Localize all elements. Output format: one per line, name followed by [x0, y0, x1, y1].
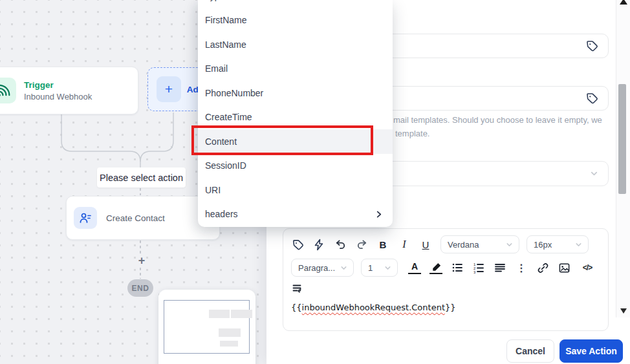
redo-icon: [356, 239, 368, 251]
lightning-icon: [313, 239, 325, 251]
text-color-button[interactable]: A: [408, 261, 421, 274]
bullet-list-button[interactable]: [451, 261, 464, 275]
svg-text:3: 3: [473, 270, 476, 273]
skeleton-bar: [220, 341, 238, 347]
menu-item-label: SessionID: [205, 160, 246, 171]
chevron-down-icon: [574, 241, 583, 249]
helper-line-1: mail templates. Should you choose to lea…: [393, 114, 602, 127]
menu-item-label: URI: [205, 185, 221, 195]
highlighter-icon: [431, 262, 442, 273]
underline-button[interactable]: U: [419, 237, 432, 252]
webhook-icon: [0, 78, 16, 103]
helper-line-2: template.: [395, 127, 602, 141]
redo-button[interactable]: [355, 237, 368, 252]
insert-image-button[interactable]: [558, 261, 570, 275]
bullet-list-icon: [451, 262, 463, 273]
menu-item-firstname[interactable]: FirstName: [198, 8, 393, 33]
save-action-button[interactable]: Save Action: [559, 339, 623, 363]
menu-item-label: Email: [205, 63, 228, 74]
code-view-button[interactable]: </>: [579, 261, 596, 275]
editor-toolbar-row-2: Paragra... 1 A 1: [291, 259, 600, 277]
numbered-list-button[interactable]: 1 2 3: [472, 261, 485, 275]
more-options-button[interactable]: ⋮: [515, 261, 528, 275]
skeleton-bar: [231, 310, 252, 318]
chevron-right-icon: [374, 209, 384, 219]
editor-toolbar-row-3: [291, 281, 600, 295]
undo-icon: [334, 239, 347, 251]
paragraph-style-select[interactable]: Paragra...: [291, 259, 354, 277]
align-button[interactable]: [494, 261, 506, 275]
font-size-value: 16px: [534, 240, 552, 250]
menu-item-lastname[interactable]: LastName: [198, 32, 393, 57]
add-action-button[interactable]: + Add: [147, 67, 204, 111]
menu-item-label: PhoneNumber: [205, 88, 263, 98]
chevron-down-icon: [340, 264, 348, 272]
template-helper-text: mail templates. Should you choose to lea…: [393, 114, 602, 141]
panel-scrollbar[interactable]: [616, 0, 630, 317]
chevron-down-icon: [589, 169, 599, 178]
select-action-placeholder: Please select action: [97, 167, 186, 187]
merge-field-dropdown: Type FirstName LastName Email PhoneNumbe…: [198, 0, 393, 227]
merge-close-braces: }}: [445, 303, 456, 312]
menu-item-headers[interactable]: headers: [198, 202, 393, 227]
skeleton-bar: [219, 328, 241, 337]
workflow-builder-screen: { "workflow": { "trigger": { "title": "T…: [0, 0, 630, 364]
text-direction-button[interactable]: [291, 281, 304, 295]
merge-tag-button[interactable]: [291, 237, 304, 252]
merge-field-list: Type FirstName LastName Email PhoneNumbe…: [198, 0, 393, 226]
tag-icon[interactable]: [585, 92, 598, 105]
menu-item-sessionid[interactable]: SessionID: [198, 154, 393, 178]
link-button[interactable]: [536, 261, 549, 275]
line-height-value: 1: [368, 263, 373, 273]
trigger-title: Trigger: [24, 80, 92, 90]
align-left-icon: [494, 262, 506, 273]
editor-toolbar-row-1: B I U Verdana 16px: [291, 235, 600, 253]
merge-open-braces: {{: [291, 303, 302, 312]
tag-icon[interactable]: [585, 39, 598, 52]
text-direction-icon: [292, 283, 303, 294]
undo-button[interactable]: [334, 237, 347, 252]
rich-text-editor: B I U Verdana 16px Paragra... 1 A: [283, 228, 609, 331]
menu-item-label: Type: [205, 0, 224, 1]
quick-action-button[interactable]: [312, 237, 325, 252]
editor-content[interactable]: {{inboundWebhookRequest.Content}}: [291, 303, 600, 312]
menu-item-label: FirstName: [205, 15, 247, 25]
menu-item-label: CreateTime: [205, 112, 252, 122]
font-size-select[interactable]: 16px: [527, 235, 589, 253]
end-badge: END: [127, 279, 153, 297]
font-family-select[interactable]: Verdana: [440, 235, 519, 253]
font-family-value: Verdana: [448, 240, 479, 250]
menu-item-label: headers: [205, 209, 238, 219]
create-contact-node[interactable]: Create Contact: [66, 196, 220, 240]
italic-button[interactable]: I: [398, 237, 411, 252]
menu-item-phonenumber[interactable]: PhoneNumber: [198, 81, 393, 105]
add-step-plus[interactable]: +: [133, 254, 151, 268]
skeleton-bar: [209, 310, 230, 318]
line-height-select[interactable]: 1: [361, 259, 398, 277]
trigger-node[interactable]: Trigger Inbound Webhook: [0, 67, 138, 114]
menu-item-email[interactable]: Email: [198, 57, 393, 81]
minimap-preview[interactable]: [158, 290, 255, 364]
menu-item-uri[interactable]: URI: [198, 178, 393, 202]
chevron-down-icon: [505, 241, 514, 249]
scroll-up-arrow-icon[interactable]: [620, 0, 627, 5]
numbered-list-icon: 1 2 3: [473, 262, 484, 273]
annotation-red-box: [191, 125, 373, 155]
contact-icon: [74, 207, 97, 229]
scroll-down-arrow-icon[interactable]: [620, 308, 627, 314]
cancel-button[interactable]: Cancel: [506, 339, 554, 363]
paragraph-style-value: Paragra...: [298, 263, 335, 273]
scrollbar-thumb[interactable]: [618, 84, 626, 194]
merge-variable: inboundWebhookRequest.Content: [302, 303, 445, 312]
plus-icon: +: [157, 76, 181, 102]
menu-item-type[interactable]: Type: [198, 0, 393, 8]
image-icon: [558, 262, 570, 274]
trigger-subtitle: Inbound Webhook: [24, 92, 92, 102]
tag-icon: [292, 239, 304, 251]
chevron-down-icon: [384, 264, 392, 272]
menu-item-label: LastName: [205, 39, 246, 50]
link-icon: [537, 262, 549, 274]
highlight-color-button[interactable]: [429, 261, 442, 274]
bold-button[interactable]: B: [376, 237, 389, 252]
contact-node-label: Create Contact: [106, 213, 165, 223]
